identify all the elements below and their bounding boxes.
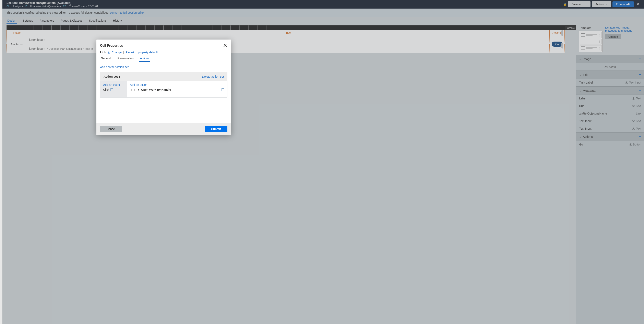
action-set-title: Action set 1: [104, 75, 120, 78]
drag-handle-icon[interactable]: ⋮⋮: [130, 88, 136, 91]
cell-properties-modal: Cell Properties ✕ Link ◎ Change | Revert…: [96, 40, 231, 135]
event-click-label: Click: [103, 88, 109, 91]
link-type-label: Link: [100, 51, 106, 54]
action-row[interactable]: ⋮⋮ › Open Work By Handle: [130, 88, 224, 91]
add-action-set-link[interactable]: Add another action set: [100, 65, 128, 69]
submit-button[interactable]: Submit: [205, 126, 228, 132]
revert-property-link[interactable]: Revert to property default: [126, 51, 158, 54]
target-icon: ◎: [108, 51, 110, 54]
modal-tab-general[interactable]: General: [100, 55, 112, 62]
action-name-label: Open Work By Handle: [141, 88, 220, 91]
cancel-button[interactable]: Cancel: [100, 126, 122, 132]
modal-title: Cell Properties: [100, 44, 123, 48]
modal-tab-actions[interactable]: Actions: [139, 55, 150, 62]
chevron-right-icon[interactable]: ›: [138, 88, 139, 91]
modal-tab-presentation[interactable]: Presentation: [117, 55, 134, 62]
delete-action-set-link[interactable]: Delete action set: [202, 75, 224, 78]
delete-action-icon[interactable]: [222, 88, 224, 91]
add-event-link[interactable]: Add an event: [103, 83, 124, 86]
action-set-1: Action set 1 Delete action set Add an ev…: [100, 72, 228, 98]
delete-event-icon[interactable]: [110, 88, 113, 91]
left-gutter: [0, 0, 2, 324]
separator: |: [123, 51, 124, 54]
modal-tabs: General Presentation Actions: [96, 55, 231, 62]
change-property-link[interactable]: Change: [112, 51, 122, 54]
modal-close-icon[interactable]: ✕: [223, 42, 228, 49]
add-action-link[interactable]: Add an action: [130, 83, 224, 86]
